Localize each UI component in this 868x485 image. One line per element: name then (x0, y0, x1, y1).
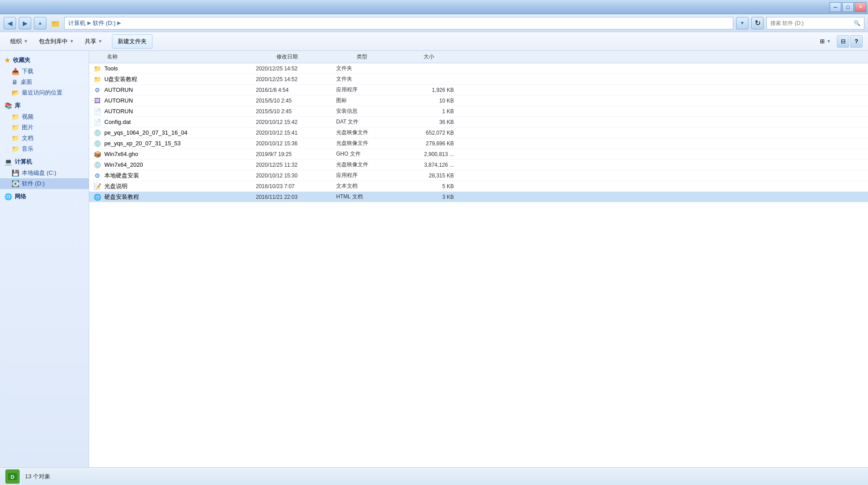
help-button[interactable]: ? (850, 35, 863, 48)
table-row[interactable]: 📦 Win7x64.gho 2019/9/7 19:25 GHO 文件 2,90… (89, 149, 868, 160)
file-icon: 📁 (93, 75, 102, 84)
table-row[interactable]: 💿 pe_yqs_1064_20_07_31_16_04 2020/10/12 … (89, 127, 868, 138)
sidebar-item-pictures[interactable]: 📁 图片 (0, 122, 89, 133)
file-list: 📁 Tools 2020/12/25 14:52 文件夹 📁 U盘安装教程 20… (89, 63, 868, 467)
file-icon: 💿 (93, 139, 102, 148)
documents-label: 文档 (22, 134, 33, 142)
file-date: 2016/10/23 7:07 (256, 183, 336, 189)
view-button[interactable]: ⊞ ▼ (815, 34, 836, 49)
documents-icon: 📁 (12, 135, 19, 142)
forward-button[interactable]: ▶ (19, 17, 31, 29)
search-input[interactable] (770, 20, 852, 26)
title-bar-buttons: ─ □ ✕ (830, 2, 866, 12)
search-box[interactable]: 🔍 (766, 17, 864, 29)
sidebar-library-header[interactable]: 📚 库 (0, 100, 89, 111)
file-date: 2020/10/12 15:42 (256, 119, 336, 125)
organize-label: 组织 (10, 37, 22, 45)
file-type: 图标 (336, 97, 403, 104)
file-icon: ⚙ (93, 171, 102, 180)
file-size: 1 KB (403, 108, 461, 115)
file-type: 文件夹 (336, 65, 403, 72)
file-type: 文本文档 (336, 182, 403, 190)
up-button[interactable]: ▲ (34, 17, 46, 29)
sidebar-item-recent[interactable]: 📂 最近访问的位置 (0, 87, 89, 98)
refresh-button[interactable]: ↻ (751, 17, 764, 29)
computer-label: 计算机 (15, 158, 32, 166)
file-name: 硬盘安装教程 (104, 193, 256, 201)
col-header-size[interactable]: 大小 (420, 51, 478, 63)
organize-button[interactable]: 组织 ▼ (5, 34, 33, 49)
sidebar-item-downloads[interactable]: 📥 下载 (0, 66, 89, 77)
col-header-type[interactable]: 类型 (353, 51, 420, 63)
table-row[interactable]: 🌐 硬盘安装教程 2016/11/21 22:03 HTML 文档 3 KB (89, 192, 868, 202)
pictures-icon: 📁 (12, 124, 19, 131)
sidebar-item-videos[interactable]: 📁 视频 (0, 111, 89, 122)
table-row[interactable]: 📄 AUTORUN 2015/5/10 2:45 安装信息 1 KB (89, 106, 868, 117)
table-row[interactable]: 📁 Tools 2020/12/25 14:52 文件夹 (89, 63, 868, 74)
main-layout: ★ 收藏夹 📥 下载 🖥 桌面 📂 最近访问的位置 📚 库 (0, 51, 868, 467)
breadcrumb-drive-d[interactable]: 软件 (D:) (93, 19, 115, 27)
file-icon: 📦 (93, 150, 102, 159)
sidebar-computer-header[interactable]: 💻 计算机 (0, 156, 89, 168)
table-row[interactable]: 💿 Win7x64_2020 2020/12/25 11:32 光盘映像文件 3… (89, 160, 868, 170)
table-row[interactable]: 🖼 AUTORUN 2015/5/10 2:45 图标 10 KB (89, 95, 868, 106)
sidebar-network-header[interactable]: 🌐 网络 (0, 191, 89, 202)
file-size: 279,696 KB (403, 140, 461, 147)
music-label: 音乐 (22, 145, 33, 153)
new-folder-button[interactable]: 新建文件夹 (112, 34, 152, 49)
col-header-date[interactable]: 修改日期 (273, 51, 353, 63)
dropdown-button[interactable]: ▼ (736, 17, 749, 29)
breadcrumb-computer[interactable]: 计算机 (68, 19, 86, 27)
sidebar-favorites-header[interactable]: ★ 收藏夹 (0, 54, 89, 66)
file-size: 1,926 KB (403, 87, 461, 93)
close-button[interactable]: ✕ (855, 2, 866, 12)
maximize-button[interactable]: □ (842, 2, 854, 12)
svg-text:D: D (11, 474, 14, 480)
videos-label: 视频 (22, 113, 33, 121)
share-button[interactable]: 共享 ▼ (80, 34, 107, 49)
table-row[interactable]: ⚙ AUTORUN 2016/1/8 4:54 应用程序 1,926 KB (89, 85, 868, 95)
file-date: 2019/9/7 19:25 (256, 151, 336, 157)
file-size: 3,874,126 ... (403, 162, 461, 168)
file-size: 5 KB (403, 183, 461, 189)
file-date: 2016/1/8 4:54 (256, 87, 336, 93)
file-date: 2020/12/25 14:52 (256, 76, 336, 82)
minimize-button[interactable]: ─ (830, 2, 841, 12)
file-name: U盘安装教程 (104, 75, 256, 83)
file-date: 2020/12/25 11:32 (256, 162, 336, 168)
file-type: HTML 文档 (336, 193, 403, 201)
file-icon: ⚙ (93, 86, 102, 95)
table-row[interactable]: ⚙ 本地硬盘安装 2020/10/12 15:30 应用程序 28,315 KB (89, 170, 868, 181)
title-bar: ─ □ ✕ (0, 0, 868, 14)
sidebar-item-drive-d[interactable]: 💽 软件 (D:) (0, 178, 89, 189)
file-type: 安装信息 (336, 107, 403, 115)
pictures-label: 图片 (22, 123, 33, 132)
table-row[interactable]: 📝 光盘说明 2016/10/23 7:07 文本文档 5 KB (89, 181, 868, 192)
file-icon: 📄 (93, 118, 102, 127)
back-button[interactable]: ◀ (4, 17, 16, 29)
drive-d-icon: 💽 (12, 180, 19, 187)
drive-c-label: 本地磁盘 (C:) (22, 169, 56, 177)
table-row[interactable]: 📁 U盘安装教程 2020/12/25 14:52 文件夹 (89, 74, 868, 85)
search-icon: 🔍 (854, 20, 860, 26)
table-row[interactable]: 📄 Config.dat 2020/10/12 15:42 DAT 文件 36 … (89, 117, 868, 127)
file-type: 光盘映像文件 (336, 129, 403, 136)
file-type: 光盘映像文件 (336, 140, 403, 147)
file-name: pe_yqs_1064_20_07_31_16_04 (104, 129, 256, 136)
sidebar-section-library: 📚 库 📁 视频 📁 图片 📁 文档 📁 音乐 (0, 100, 89, 154)
file-size: 10 KB (403, 98, 461, 104)
sidebar-item-desktop[interactable]: 🖥 桌面 (0, 77, 89, 87)
sidebar-item-music[interactable]: 📁 音乐 (0, 144, 89, 154)
include-button[interactable]: 包含到库中 ▼ (34, 34, 79, 49)
recent-label: 最近访问的位置 (22, 89, 62, 97)
sidebar-item-drive-c[interactable]: 💾 本地磁盘 (C:) (0, 168, 89, 178)
details-view-button[interactable]: ⊟ (837, 35, 849, 48)
file-type: 光盘映像文件 (336, 161, 403, 169)
status-bar: D 13 个对象 (0, 467, 868, 485)
sidebar-item-documents[interactable]: 📁 文档 (0, 133, 89, 144)
col-header-name[interactable]: 名称 (103, 51, 273, 63)
table-row[interactable]: 💿 pe_yqs_xp_20_07_31_15_53 2020/10/12 15… (89, 138, 868, 149)
file-name: AUTORUN (104, 97, 256, 104)
status-app-icon: D (5, 469, 20, 484)
file-name: Tools (104, 65, 256, 72)
